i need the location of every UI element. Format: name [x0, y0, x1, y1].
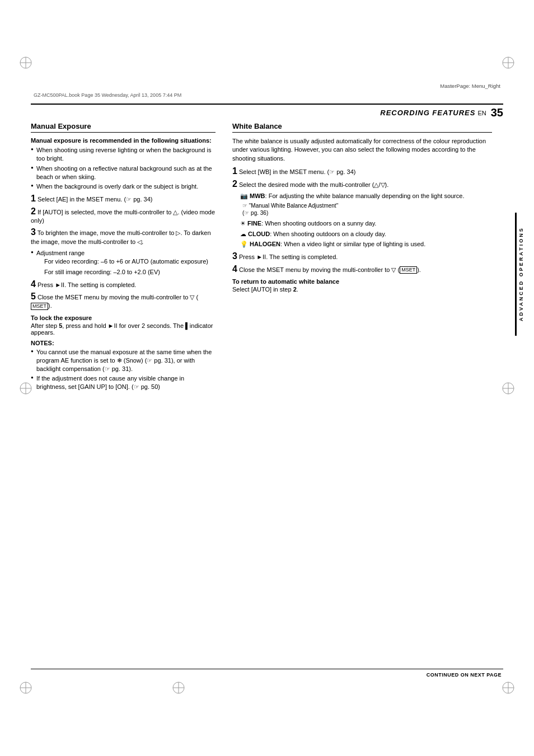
wb-step-4: 4 Close the MSET menu by moving the mult… [232, 265, 492, 274]
mode-cloud-label: CLOUD [248, 231, 270, 237]
step-2-num: 2 [31, 206, 36, 216]
mode-fine-label: FINE [247, 220, 261, 227]
adjustment-range-item: Adjustment range For video recording: –6… [31, 249, 216, 276]
wb-step-2-num: 2 [232, 179, 237, 189]
wb-step-3-text: Press ►II. The setting is completed. [239, 253, 338, 260]
step-1-num: 1 [31, 194, 36, 203]
return-wb-title: To return to automatic white balance [232, 278, 492, 285]
step-2-text: If [AUTO] is selected, move the multi-co… [31, 209, 215, 224]
step-4-num: 4 [31, 279, 36, 289]
step-2: 2 If [AUTO] is selected, move the multi-… [31, 207, 216, 226]
wb-step-1-num: 1 [232, 166, 237, 176]
step-5: 5 Close the MSET menu by moving the mult… [31, 292, 216, 311]
step-3-text: To brighten the image, move the multi-co… [31, 229, 211, 245]
wb-step-3: 3 Press ►II. The setting is completed. [232, 252, 492, 261]
right-column: White Balance The white balance is usual… [232, 122, 492, 395]
lock-exposure-title: To lock the exposure [31, 314, 216, 321]
page-number: 35 [491, 106, 503, 119]
mode-halogen: 💡 HALOGEN: When a video light or similar… [240, 240, 492, 248]
return-wb-text: Select [AUTO] in step 2. [232, 286, 492, 293]
step-4-text: Press ►II. The setting is completed. [38, 281, 136, 288]
file-info: GZ-MC500PAL.book Page 35 Wednesday, Apri… [34, 92, 181, 98]
step-5-text: Close the MSET menu by moving the multi-… [31, 294, 198, 309]
adjustment-line-2: For still image recording: –2.0 to +2.0 … [44, 268, 216, 276]
manual-exposure-bullets: When shooting using reverse lighting or … [31, 146, 216, 191]
adjustment-range-list: Adjustment range For video recording: –6… [31, 249, 216, 276]
mset-box-wb: MSET [400, 266, 417, 274]
reg-mark-bot-right [500, 680, 516, 696]
wb-step-4-num: 4 [232, 264, 237, 274]
wb-step-3-num: 3 [232, 251, 237, 261]
manual-exposure-sub-heading: Manual exposure is recommended in the fo… [31, 137, 216, 144]
notes-list: You cannot use the manual exposure at th… [31, 348, 216, 391]
reg-mark-top-left [18, 55, 34, 71]
masterpage-label: MasterPage: Menu_Right [440, 83, 500, 89]
wb-step-2-text: Select the desired mode with the multi-c… [239, 181, 388, 188]
lock-exposure-text: After step 5, press and hold ►II for ove… [31, 322, 216, 336]
reg-mark-mid-right [500, 381, 516, 396]
bullet-3: When the background is overly dark or th… [31, 182, 216, 191]
mode-mwb-note: ☞ "Manual White Balance Adjustment"(☞ pg… [242, 202, 492, 217]
recording-features-label: RECORDING FEATURES [380, 109, 475, 117]
adjustment-line-1: For video recording: –6 to +6 or AUTO (a… [44, 257, 216, 266]
step-3-num: 3 [31, 227, 36, 237]
header-title-area: RECORDING FEATURES EN 35 [31, 106, 503, 119]
manual-exposure-title: Manual Exposure [31, 122, 216, 133]
white-balance-title: White Balance [232, 122, 492, 133]
wb-step-1: 1 Select [WB] in the MSET menu. (☞ pg. 3… [232, 167, 492, 176]
left-column: Manual Exposure Manual exposure is recom… [31, 122, 216, 395]
wb-step-1-text: Select [WB] in the MSET menu. (☞ pg. 34) [239, 168, 356, 175]
mode-mwb-label: MWB [250, 192, 265, 199]
step-4: 4 Press ►II. The setting is completed. [31, 280, 216, 289]
bullet-2: When shooting on a reflective natural ba… [31, 165, 216, 181]
notes-title: NOTES: [31, 340, 216, 346]
mset-box: MSET [31, 303, 48, 310]
content-area: Manual Exposure Manual exposure is recom… [31, 122, 492, 722]
mode-fine: ☀ FINE: When shooting outdoors on a sunn… [240, 219, 492, 228]
white-balance-intro: The white balance is usually adjusted au… [232, 137, 492, 163]
two-column-layout: Manual Exposure Manual exposure is recom… [31, 122, 492, 395]
reg-mark-top-right [500, 55, 516, 71]
step-5-num: 5 [31, 292, 36, 301]
header-divider [31, 104, 503, 105]
advanced-operations-sidebar: ADVANCED OPERATIONS [515, 213, 524, 336]
step-1-text: Select [AE] in the MSET menu. (☞ pg. 34) [38, 196, 152, 203]
note-1: You cannot use the manual exposure at th… [31, 348, 216, 373]
mode-cloud: ☁ CLOUD: When shooting outdoors on a clo… [240, 230, 492, 238]
wb-step-4-text: Close the MSET menu by moving the multi-… [239, 266, 421, 273]
en-label: EN [477, 110, 486, 116]
mode-mwb: 📷 MWB: For adjusting the white balance m… [240, 192, 492, 217]
wb-step-2: 2 Select the desired mode with the multi… [232, 180, 492, 189]
mode-halogen-label: HALOGEN [250, 241, 280, 247]
step-3: 3 To brighten the image, move the multi-… [31, 228, 216, 246]
step-1: 1 Select [AE] in the MSET menu. (☞ pg. 3… [31, 194, 216, 204]
continued-label: CONTINUED ON NEXT PAGE [427, 672, 502, 678]
bottom-divider [31, 669, 503, 670]
note-2: If the adjustment does not cause any vis… [31, 374, 216, 391]
bullet-1: When shooting using reverse lighting or … [31, 146, 216, 163]
